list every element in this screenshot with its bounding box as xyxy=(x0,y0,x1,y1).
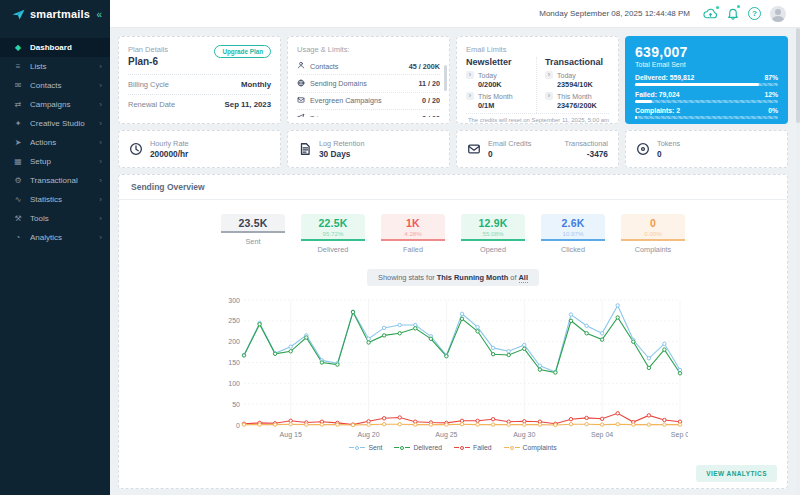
sidebar-item-contacts[interactable]: ✉ Contacts › xyxy=(0,76,110,95)
chip-label: Failed xyxy=(403,245,423,254)
svg-text:300: 300 xyxy=(228,297,240,304)
chevron-right-icon: › xyxy=(99,233,102,242)
filter-middle: of xyxy=(510,273,516,282)
plan-name: Plan-6 xyxy=(128,56,168,67)
sidebar-item-setup[interactable]: ▦ Setup › xyxy=(0,152,110,171)
progress-track xyxy=(635,116,778,119)
sidebar-item-label: Setup xyxy=(30,157,92,166)
progress-fill xyxy=(635,100,652,103)
plan-row-renewal-date: Renewal Date Sep 11, 2023 xyxy=(128,94,271,114)
globe-icon xyxy=(297,79,305,89)
user-avatar[interactable] xyxy=(770,6,786,22)
svg-text:Aug 30: Aug 30 xyxy=(513,431,535,439)
chevron-right-icon: › xyxy=(99,62,102,71)
sidebar-nav: ◆ Dashboard ≡ Lists › ✉ Contacts › ⇄ Cam… xyxy=(0,38,110,247)
stat-chip-opened: 12.9K 55.08% Opened xyxy=(461,214,525,254)
sidebar-item-creative-studio[interactable]: ✦ Creative Studio › xyxy=(0,114,110,133)
usage-scrollbar[interactable] xyxy=(444,65,447,91)
filter-value-dropdown[interactable]: All xyxy=(519,273,528,283)
plan-row-value: Sep 11, 2023 xyxy=(225,100,271,109)
progress-track xyxy=(635,83,778,86)
plan-row-label: Billing Cycle xyxy=(128,80,169,89)
chevron-right-icon: › xyxy=(99,195,102,204)
email-entry-label: Today xyxy=(557,72,576,79)
summary-cards-row: Plan Details Plan-6 Upgrade Plan Billing… xyxy=(118,36,788,124)
usage-row-evergreen-campaigns: Evergreen Campaigns 0 / 20 xyxy=(297,93,440,110)
plan-details-label: Plan Details xyxy=(128,45,168,54)
logo: smartmails « xyxy=(0,0,110,28)
actions-icon: ➤ xyxy=(13,138,23,147)
sidebar-item-campaigns[interactable]: ⇄ Campaigns › xyxy=(0,95,110,114)
page-scrollbar-thumb[interactable] xyxy=(796,28,800,123)
legend-item-delivered[interactable]: Delivered xyxy=(394,444,442,451)
page-scrollbar[interactable] xyxy=(796,28,800,495)
chip-value: 1K xyxy=(381,217,445,229)
sidebar-item-dashboard[interactable]: ◆ Dashboard xyxy=(0,38,110,57)
totals-row-pct: 0% xyxy=(768,107,778,114)
mini-card-hourly-rate: Hourly Rate 200000/hr xyxy=(118,130,281,168)
stat-chip-failed: 1K 4.28% Failed xyxy=(381,214,445,254)
legend-item-sent[interactable]: Sent xyxy=(349,444,382,451)
mini-card-tokens: Tokens 0 xyxy=(625,130,788,168)
panel-title: Sending Overview xyxy=(119,175,787,200)
chevron-badge-icon: › xyxy=(545,92,553,100)
stats-filter: Showing stats for This Running Month of … xyxy=(367,269,539,286)
sidebar-item-transactional[interactable]: ⚙ Transactional › xyxy=(0,171,110,190)
totals-row-failed: Failed: 79,02412% xyxy=(635,91,778,103)
sidebar-item-tools[interactable]: ⚒ Tools › xyxy=(0,209,110,228)
email-entry-today: ›Today 23594/10K xyxy=(545,71,609,89)
email-limits-card: Email Limits Newsletter ›Today 0/200K ›T… xyxy=(456,36,619,124)
email-entry-this-month: ›This Month 0/1M xyxy=(466,92,530,110)
app-root: smartmails « ◆ Dashboard ≡ Lists › ✉ Con… xyxy=(0,0,800,495)
cloud-alert-dot xyxy=(716,6,719,9)
sidebar-collapse-button[interactable]: « xyxy=(96,9,102,20)
sidebar-item-lists[interactable]: ≡ Lists › xyxy=(0,57,110,76)
sidebar-item-actions[interactable]: ➤ Actions › xyxy=(0,133,110,152)
plan-row-label: Renewal Date xyxy=(128,100,175,109)
bell-alert-dot xyxy=(737,5,740,8)
notifications-bell-icon[interactable] xyxy=(727,7,739,20)
user-icon xyxy=(297,61,305,71)
sidebar: smartmails « ◆ Dashboard ≡ Lists › ✉ Con… xyxy=(0,0,110,495)
mini-card-title: Hourly Rate xyxy=(150,139,189,148)
view-analytics-button[interactable]: VIEW ANALYTICS xyxy=(696,465,777,482)
mini-card-title: Tokens xyxy=(657,139,680,148)
brand-name: smartmails xyxy=(30,8,91,20)
svg-text:0: 0 xyxy=(236,422,240,429)
sidebar-item-statistics[interactable]: ∿ Statistics › xyxy=(0,190,110,209)
sidebar-item-label: Lists xyxy=(30,62,92,71)
progress-fill xyxy=(635,116,637,119)
chevron-right-icon: › xyxy=(99,157,102,166)
mail-icon xyxy=(297,96,305,106)
mini-card-right-title: Transactional xyxy=(564,139,608,148)
chip-percent: 55.08% xyxy=(461,230,525,237)
sending-overview-panel: Sending Overview 23.5K Sent 22.5K 95.72%… xyxy=(118,174,788,489)
email-entry-value: 0/200K xyxy=(478,80,530,89)
email-entry-value: 23476/200K xyxy=(557,101,609,110)
mini-card-value: 200000/hr xyxy=(150,149,189,159)
cloud-sync-icon[interactable] xyxy=(703,8,718,20)
credits-reset-note: The credits will reset on September 11, … xyxy=(466,113,609,123)
sidebar-item-label: Analytics xyxy=(30,233,92,242)
usage-row-label: Triggers xyxy=(310,114,417,117)
chart-legend: Sent Delivered Failed Complaints xyxy=(119,444,787,451)
plan-rows: Billing Cycle Monthly Renewal Date Sep 1… xyxy=(128,74,271,114)
total-emails-card: 639,007 Total Email Sent Delivered: 559,… xyxy=(625,36,788,124)
usage-row-sending-domains: Sending Domains 11 / 20 xyxy=(297,75,440,92)
chip-value: 0 xyxy=(621,217,685,229)
sidebar-item-label: Actions xyxy=(30,138,92,147)
svg-text:Sep 04: Sep 04 xyxy=(591,431,613,439)
mini-cards-row: Hourly Rate 200000/hr Log Retention 30 D… xyxy=(118,130,788,168)
legend-item-complaints[interactable]: Complaints xyxy=(504,444,557,451)
usage-rows: Contacts 45 / 200K Sending Domains 11 / … xyxy=(297,58,440,117)
logo-plane-icon xyxy=(12,8,25,21)
sidebar-item-label: Dashboard xyxy=(30,43,102,52)
sidebar-item-analytics[interactable]: ◔ Analytics › xyxy=(0,228,110,247)
line-chart-svg: 050100150200250300Aug 15Aug 20Aug 25Aug … xyxy=(218,294,688,442)
legend-item-failed[interactable]: Failed xyxy=(454,444,492,451)
upgrade-plan-button[interactable]: Upgrade Plan xyxy=(214,45,271,58)
chevron-right-icon: › xyxy=(99,214,102,223)
help-icon[interactable]: ? xyxy=(748,7,761,20)
chip-value: 22.5K xyxy=(301,217,365,229)
campaigns-icon: ⇄ xyxy=(13,100,23,109)
